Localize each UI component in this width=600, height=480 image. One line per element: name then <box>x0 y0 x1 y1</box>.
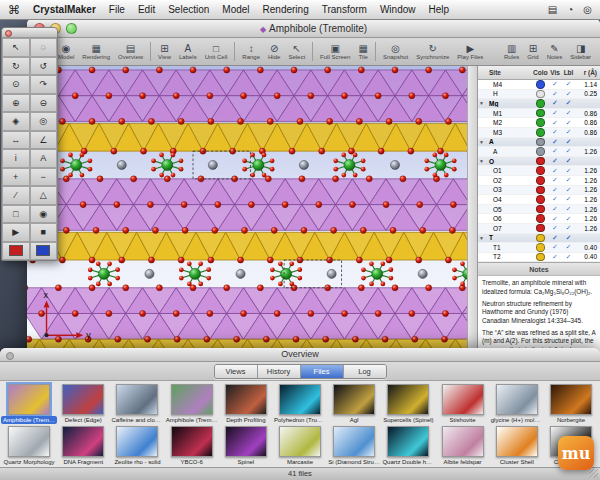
spotlight-menu-icon[interactable]: ◎ <box>583 4 592 15</box>
site-row-mg-group[interactable]: ▼Mg✓✓ <box>478 99 600 109</box>
notes-button[interactable]: ✎Notes <box>543 38 567 65</box>
col-site[interactable]: Site <box>487 69 533 76</box>
disclosure-icon[interactable]: ▼ <box>478 235 487 241</box>
site-colour-cell[interactable] <box>533 109 548 118</box>
menu-selection[interactable]: Selection <box>168 4 209 15</box>
lbl-checkbox[interactable]: ✓ <box>562 176 575 184</box>
palette-titlebar[interactable] <box>2 28 57 38</box>
site-colour-cell[interactable] <box>533 90 548 99</box>
rotate-z-tool[interactable]: ⊙ <box>2 75 30 94</box>
menu-edit[interactable]: Edit <box>138 4 155 15</box>
site-row-t-group[interactable]: ▼T✓✓ <box>478 234 600 244</box>
rotate-x-tool[interactable]: ↻ <box>2 57 30 76</box>
apple-menu[interactable]: ⌘ <box>8 3 20 17</box>
canvas-vscrollbar[interactable]: ▲▼ <box>467 66 478 362</box>
info-tool[interactable]: i <box>2 149 30 168</box>
site-row-o6[interactable]: O6✓✓1.26 <box>478 214 600 224</box>
file-thumb-agi[interactable]: AgI <box>327 382 381 424</box>
site-colour-cell[interactable] <box>533 234 548 243</box>
zoom-out-tool[interactable]: ⊖ <box>30 94 58 113</box>
lbl-checkbox[interactable]: ✓ <box>562 253 575 261</box>
menu-file[interactable]: File <box>109 4 125 15</box>
full-screen-button[interactable]: ▣Full Screen <box>316 38 354 65</box>
lbl-checkbox[interactable]: ✓ <box>562 119 575 127</box>
site-row-o4[interactable]: O4✓✓1.26 <box>478 195 600 205</box>
file-thumb-albite-feldspar[interactable]: Albite feldspar <box>436 424 490 466</box>
vis-checkbox[interactable]: ✓ <box>548 109 562 117</box>
structure-canvas-svg[interactable]: yx <box>27 66 467 362</box>
vis-checkbox[interactable]: ✓ <box>548 205 562 213</box>
file-thumb-caffeine-and-clouds[interactable]: Caffeine and clouds <box>110 382 164 424</box>
bond-tool[interactable]: ⁄ <box>2 186 30 205</box>
file-thumb-quartz-morphology[interactable]: Quartz Morphology <box>2 424 56 466</box>
site-row-m2[interactable]: M2✓✓0.86 <box>478 118 600 128</box>
site-colour-cell[interactable] <box>533 157 548 166</box>
vis-checkbox[interactable]: ✓ <box>548 253 562 261</box>
site-colour-cell[interactable] <box>533 224 548 233</box>
file-thumb-glycine-h-molecule[interactable]: glycine (H+) molecule <box>490 382 544 424</box>
file-thumb-supercells-spinel[interactable]: Supercells (Spinel) <box>381 382 435 424</box>
site-row-o5[interactable]: O5✓✓1.26 <box>478 205 600 215</box>
site-colour-cell[interactable] <box>533 186 548 195</box>
vis-checkbox[interactable]: ✓ <box>548 195 562 203</box>
file-thumb-amphibole-tremolite[interactable]: Amphibole (Tremolite) <box>2 382 56 424</box>
vis-checkbox[interactable]: ✓ <box>548 234 562 242</box>
range-button[interactable]: ↕Range <box>238 38 264 65</box>
vis-checkbox[interactable]: ✓ <box>548 128 562 136</box>
menu-crystalmaker[interactable]: CrystalMaker <box>33 4 96 15</box>
angle-tool[interactable]: ∠ <box>30 131 58 150</box>
palette-close-button[interactable] <box>5 30 12 37</box>
site-row-h[interactable]: H✓✓0.25 <box>478 90 600 100</box>
file-thumb-cluster-shell[interactable]: Cluster Shell <box>490 424 544 466</box>
site-row-a-group[interactable]: ▼A✓✓ <box>478 138 600 148</box>
tab-views[interactable]: Views <box>215 365 258 378</box>
site-colour-cell[interactable] <box>533 166 548 175</box>
clock-menu-icon[interactable]: ◔ <box>567 4 573 15</box>
file-thumb-marcasite[interactable]: Marcasite <box>273 424 327 466</box>
vis-checkbox[interactable]: ✓ <box>548 215 562 223</box>
site-row-m1[interactable]: M1✓✓0.86 <box>478 109 600 119</box>
overview-close-button[interactable] <box>6 352 14 360</box>
file-thumb-stishovite[interactable]: Stishovite <box>436 382 490 424</box>
site-row-m3[interactable]: M3✓✓0.86 <box>478 128 600 138</box>
vis-checkbox[interactable]: ✓ <box>548 147 562 155</box>
zoom-button[interactable] <box>66 23 77 34</box>
synchronize-button[interactable]: ↻Synchronize <box>412 38 453 65</box>
free-rotate-tool[interactable]: ↷ <box>30 75 58 94</box>
menu-model[interactable]: Model <box>222 4 249 15</box>
zoom-in-tool[interactable]: ⊕ <box>2 94 30 113</box>
col-colour[interactable]: Colour <box>533 69 548 76</box>
add-atom-tool[interactable]: + <box>2 168 30 187</box>
tab-history[interactable]: History <box>258 365 301 378</box>
tab-files[interactable]: Files <box>301 365 344 378</box>
displays-menu-icon[interactable]: ▤ <box>548 4 557 15</box>
hide-button[interactable]: ⊘Hide <box>264 38 284 65</box>
file-thumb-si-diamond-structure[interactable]: Si (Diamond Structure) <box>327 424 381 466</box>
rules-button[interactable]: ▥Rules <box>500 38 523 65</box>
site-colour-cell[interactable] <box>533 176 548 185</box>
vis-checkbox[interactable]: ✓ <box>548 243 562 251</box>
site-row-o2[interactable]: O2✓✓1.26 <box>478 176 600 186</box>
lbl-checkbox[interactable]: ✓ <box>562 80 575 88</box>
site-colour-cell[interactable] <box>533 253 548 262</box>
lbl-checkbox[interactable]: ✓ <box>562 167 575 175</box>
col-r[interactable]: r (Å) <box>575 69 600 76</box>
rendering-button[interactable]: ▦Rendering <box>78 38 114 65</box>
window-titlebar[interactable]: ◆Amphibole (Tremolite) <box>27 19 600 38</box>
site-row-m4[interactable]: M4✓✓1.14 <box>478 80 600 90</box>
foreground-colour-swatch[interactable] <box>2 242 30 261</box>
snapshot-button[interactable]: ◎Snapshot <box>379 38 412 65</box>
play-files-button[interactable]: ▶Play Files <box>453 38 487 65</box>
disclosure-icon[interactable]: ▼ <box>478 139 487 145</box>
polyhedron-tool[interactable]: △ <box>30 186 58 205</box>
unit-cell-button[interactable]: □Unit Cell <box>201 38 232 65</box>
vis-checkbox[interactable]: ✓ <box>548 99 562 107</box>
file-thumb-spinel[interactable]: Spinel <box>219 424 273 466</box>
tab-log[interactable]: Log <box>344 365 386 378</box>
site-colour-cell[interactable] <box>533 243 548 252</box>
file-thumb-dna-fragment[interactable]: DNA Fragment <box>56 424 110 466</box>
magnify-tool[interactable]: ◎ <box>30 112 58 131</box>
disclosure-icon[interactable]: ▼ <box>478 158 487 164</box>
lbl-checkbox[interactable]: ✓ <box>562 138 575 146</box>
lbl-checkbox[interactable]: ✓ <box>562 195 575 203</box>
